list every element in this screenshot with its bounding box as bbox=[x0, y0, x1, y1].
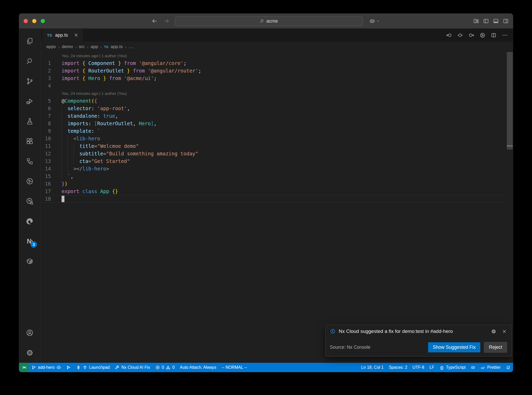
toggle-panel-button[interactable] bbox=[493, 18, 499, 24]
show-suggested-fix-button[interactable]: Show Suggested Fix bbox=[428, 342, 480, 352]
line-number[interactable]: 14 bbox=[41, 165, 62, 173]
line-number[interactable]: 18 bbox=[41, 195, 62, 203]
activity-item-containers[interactable] bbox=[19, 251, 41, 271]
status-notifications[interactable] bbox=[503, 363, 513, 372]
status-formatter-prettier[interactable]: Prettier bbox=[478, 363, 503, 372]
line-number[interactable]: 10 bbox=[41, 135, 62, 142]
line-number[interactable]: 11 bbox=[41, 142, 62, 150]
bell-dot-icon bbox=[506, 365, 510, 370]
line-number[interactable]: 12 bbox=[41, 150, 62, 157]
activity-item-settings[interactable] bbox=[19, 343, 41, 363]
breadcrumb-file[interactable]: app.ts bbox=[111, 44, 123, 49]
code-line-3[interactable]: 3import { Hero } from '@acme/ui'; bbox=[41, 75, 506, 82]
activity-item-accounts[interactable] bbox=[19, 323, 41, 343]
line-number[interactable]: 8 bbox=[41, 120, 62, 127]
copilot-menu[interactable] bbox=[369, 18, 380, 24]
code-editor[interactable]: You, 24 minutes ago | 1 author (You)1imp… bbox=[41, 52, 513, 363]
zoom-window-button[interactable] bbox=[41, 19, 45, 23]
code-line-4[interactable]: 4 bbox=[41, 82, 506, 90]
status-nx-cloud-ai-fix[interactable]: Nx Cloud AI Fix bbox=[112, 363, 152, 372]
line-number[interactable]: 5 bbox=[41, 97, 62, 105]
activity-item-extensions[interactable] bbox=[19, 131, 41, 151]
next-change-button[interactable] bbox=[468, 32, 474, 38]
line-number[interactable]: 13 bbox=[41, 157, 62, 165]
breadcrumb-item[interactable]: demo bbox=[62, 44, 73, 49]
close-tab-icon[interactable] bbox=[74, 32, 79, 38]
line-number[interactable]: 3 bbox=[41, 75, 62, 82]
back-button[interactable] bbox=[151, 18, 158, 24]
status-vim-mode[interactable]: -- NORMAL -- bbox=[219, 363, 250, 372]
minimize-window-button[interactable] bbox=[32, 19, 36, 23]
activity-item-source-control[interactable] bbox=[19, 71, 41, 91]
customize-layout-button[interactable] bbox=[473, 18, 479, 24]
command-center-search[interactable]: acme bbox=[175, 16, 363, 26]
toggle-primary-sidebar-button[interactable] bbox=[483, 18, 489, 24]
split-editor-button[interactable] bbox=[491, 32, 497, 38]
line-number[interactable]: 4 bbox=[41, 82, 62, 90]
code-line-13[interactable]: 13 cta="Get Started" bbox=[41, 157, 506, 165]
status-remote-indicator[interactable]: >< bbox=[19, 363, 29, 372]
reject-button[interactable]: Reject bbox=[484, 342, 507, 353]
activity-item-edge-browser[interactable] bbox=[19, 211, 41, 231]
code-line-5[interactable]: 5@Component({ bbox=[41, 97, 506, 105]
forward-button[interactable] bbox=[163, 18, 170, 24]
line-content: ></lib-hero> bbox=[62, 165, 506, 173]
nx-run-target-button[interactable] bbox=[480, 32, 486, 38]
notification-settings-icon[interactable] bbox=[491, 329, 496, 334]
code-line-6[interactable]: 6 selector: 'app-root', bbox=[41, 105, 506, 112]
code-line-1[interactable]: 1import { Component } from '@angular/cor… bbox=[41, 60, 506, 67]
code-line-15[interactable]: 15 `, bbox=[41, 173, 506, 180]
code-line-17[interactable]: 17export class App {} bbox=[41, 188, 506, 195]
activity-item-search[interactable] bbox=[19, 51, 41, 71]
tab-app-ts[interactable]: TS app.ts bbox=[42, 29, 83, 42]
status-git-branch[interactable]: add-hero bbox=[29, 363, 64, 372]
line-number[interactable]: 2 bbox=[41, 67, 62, 75]
line-number[interactable]: 16 bbox=[41, 180, 62, 188]
status-eol[interactable]: LF bbox=[427, 363, 437, 372]
code-line-11[interactable]: 11 title="Welcmoe demo" bbox=[41, 142, 506, 150]
code-line-12[interactable]: 12 subtitle="Build something amazing tod… bbox=[41, 150, 506, 157]
code-line-16[interactable]: 16}) bbox=[41, 180, 506, 188]
breadcrumb-item[interactable]: src bbox=[79, 44, 85, 49]
line-number[interactable]: 15 bbox=[41, 173, 62, 180]
activity-item-type-hierarchy[interactable] bbox=[19, 151, 41, 171]
activity-item-nx-target[interactable] bbox=[19, 171, 41, 191]
current-change-button[interactable] bbox=[457, 32, 463, 38]
breadcrumb-item[interactable]: app bbox=[91, 44, 98, 49]
breadcrumb-item[interactable]: apps bbox=[46, 44, 56, 49]
code-line-10[interactable]: 10 <lib-hero bbox=[41, 135, 506, 142]
activity-item-run-and-debug[interactable] bbox=[19, 91, 41, 111]
activity-item-nx-console[interactable]: N›3 bbox=[19, 231, 41, 251]
toggle-secondary-sidebar-button[interactable] bbox=[503, 18, 509, 24]
close-window-button[interactable] bbox=[24, 19, 28, 23]
line-number[interactable]: 17 bbox=[41, 188, 62, 195]
status-encoding[interactable]: UTF-8 bbox=[410, 363, 427, 372]
line-number[interactable]: 9 bbox=[41, 127, 62, 135]
activity-item-nx-graph-search[interactable] bbox=[19, 191, 41, 211]
status-cursor-position[interactable]: Ln 18, Col 1 bbox=[358, 363, 386, 372]
status-launchpad[interactable]: Launchpad bbox=[74, 363, 112, 372]
status-auto-attach[interactable]: Auto Attach: Always bbox=[177, 363, 219, 372]
status-indentation[interactable]: Spaces: 2 bbox=[386, 363, 410, 372]
line-number[interactable]: 7 bbox=[41, 112, 62, 120]
code-line-9[interactable]: 9 template: ` bbox=[41, 127, 506, 135]
rocket-icon bbox=[76, 365, 81, 370]
activity-item-testing[interactable] bbox=[19, 111, 41, 131]
code-line-8[interactable]: 8 imports: [RouterOutlet, Hero], bbox=[41, 120, 506, 127]
status-git-graph[interactable] bbox=[64, 363, 74, 372]
status-language-mode[interactable]: {}TypeScript bbox=[437, 363, 468, 372]
code-line-7[interactable]: 7 standalone: true, bbox=[41, 112, 506, 120]
activity-item-explorer[interactable] bbox=[19, 31, 41, 51]
status-problems[interactable]: 00 bbox=[153, 363, 177, 372]
code-line-2[interactable]: 2import { RouterOutlet } from '@angular/… bbox=[41, 67, 506, 75]
code-line-14[interactable]: 14 ></lib-hero> bbox=[41, 165, 506, 173]
more-actions-button[interactable] bbox=[502, 32, 508, 38]
vertical-scrollbar[interactable] bbox=[507, 52, 513, 149]
code-line-18[interactable]: 18 bbox=[41, 195, 506, 203]
previous-change-button[interactable] bbox=[446, 32, 452, 38]
line-number[interactable]: 6 bbox=[41, 105, 62, 112]
notification-close-icon[interactable] bbox=[502, 329, 507, 334]
line-number[interactable]: 1 bbox=[41, 60, 62, 67]
breadcrumb-tail[interactable]: … bbox=[129, 44, 133, 49]
status-copilot-status[interactable] bbox=[468, 363, 478, 372]
